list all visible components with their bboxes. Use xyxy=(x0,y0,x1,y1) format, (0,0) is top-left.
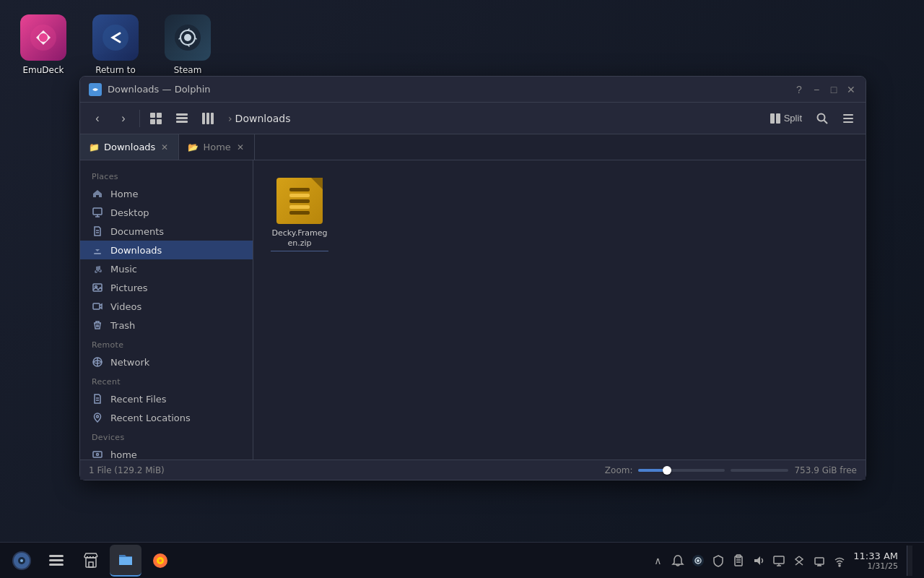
svg-rect-15 xyxy=(206,113,209,124)
sidebar-item-home-device[interactable]: home xyxy=(80,445,253,460)
bluetooth-tray-icon[interactable] xyxy=(791,553,807,569)
svg-rect-7 xyxy=(150,113,155,118)
desktop-icon-emudeck[interactable]: EmuDeck xyxy=(14,14,72,75)
recent-locations-icon xyxy=(92,412,103,423)
clipboard-tray-icon[interactable] xyxy=(731,553,746,569)
taskbar-store[interactable] xyxy=(75,545,107,577)
return-app-icon xyxy=(92,14,139,61)
desktop-icon-steam[interactable]: Steam xyxy=(159,14,217,75)
taskbar-right: ∧ xyxy=(650,545,918,576)
minimize-button[interactable]: − xyxy=(811,84,822,95)
network-icon xyxy=(92,356,103,368)
svg-rect-17 xyxy=(770,113,775,124)
clock[interactable]: 11:33 AM 1/31/25 xyxy=(853,551,898,571)
taskbar: ∧ xyxy=(0,542,924,578)
title-bar-left: Downloads — Dolphin xyxy=(89,83,211,96)
sidebar-item-downloads[interactable]: Downloads xyxy=(80,241,253,259)
expand-tray-icon[interactable]: ∧ xyxy=(650,553,666,569)
taskbar-menu[interactable] xyxy=(40,545,72,577)
notification-icon[interactable] xyxy=(670,553,686,569)
recent-files-icon xyxy=(92,393,103,405)
detail-view-button[interactable] xyxy=(170,107,193,130)
menu-button[interactable] xyxy=(837,107,860,130)
wifi-tray-icon[interactable] xyxy=(832,553,847,569)
emudeck-label: EmuDeck xyxy=(22,65,64,75)
taskbar-firefox[interactable] xyxy=(144,545,176,577)
home-device-icon xyxy=(92,449,103,460)
sidebar-recent-locations-label: Recent Locations xyxy=(110,413,191,423)
dolphin-window: Downloads — Dolphin ? − □ ✕ ‹ › xyxy=(79,76,866,480)
sidebar-item-network[interactable]: Network xyxy=(80,353,253,371)
maximize-button[interactable]: □ xyxy=(828,84,840,95)
sidebar-item-music[interactable]: Music xyxy=(80,259,253,278)
breadcrumb-bar: › Downloads xyxy=(222,113,761,124)
sidebar-item-home[interactable]: Home xyxy=(80,184,253,203)
svg-rect-40 xyxy=(93,452,102,457)
back-button[interactable]: ‹ xyxy=(86,107,109,130)
tab-home[interactable]: 📂 Home ✕ xyxy=(179,134,254,160)
clock-date: 1/31/25 xyxy=(853,561,898,571)
zoom-slider[interactable] xyxy=(638,469,788,472)
volume-tray-icon[interactable] xyxy=(751,553,767,569)
window-title: Downloads — Dolphin xyxy=(108,84,211,95)
svg-rect-23 xyxy=(843,121,853,123)
svg-rect-24 xyxy=(93,208,102,215)
svg-point-41 xyxy=(97,454,99,456)
home-icon xyxy=(92,188,103,199)
search-button[interactable] xyxy=(811,107,834,130)
icon-view-button[interactable] xyxy=(144,107,167,130)
device-tray-icon[interactable] xyxy=(811,553,827,569)
sidebar-item-recent-files[interactable]: Recent Files xyxy=(80,389,253,408)
forward-button[interactable]: › xyxy=(112,107,135,130)
svg-rect-10 xyxy=(157,119,162,124)
svg-rect-63 xyxy=(774,556,784,564)
help-button[interactable]: ? xyxy=(793,84,805,95)
steam-tray-icon[interactable] xyxy=(690,553,706,569)
sidebar-item-recent-locations[interactable]: Recent Locations xyxy=(80,408,253,427)
sidebar-item-trash[interactable]: Trash xyxy=(80,316,253,335)
sidebar-downloads-label: Downloads xyxy=(110,245,162,256)
svg-rect-49 xyxy=(49,564,64,566)
downloads-icon xyxy=(92,244,103,256)
sidebar-pictures-label: Pictures xyxy=(110,282,147,293)
svg-point-19 xyxy=(818,113,825,121)
svg-rect-12 xyxy=(176,117,188,119)
column-view-button[interactable] xyxy=(196,107,219,130)
documents-icon xyxy=(92,225,103,237)
recent-header: Recent xyxy=(80,371,253,389)
svg-rect-22 xyxy=(843,118,853,119)
sidebar-item-pictures[interactable]: Pictures xyxy=(80,278,253,297)
tabs-bar: 📁 Downloads ✕ 📂 Home ✕ xyxy=(80,134,866,160)
svg-rect-11 xyxy=(176,113,188,116)
toolbar-separator-1 xyxy=(139,110,140,127)
places-header: Places xyxy=(80,166,253,184)
svg-rect-18 xyxy=(776,113,780,124)
sidebar-item-videos[interactable]: Videos xyxy=(80,297,253,316)
main-area: Places Home xyxy=(80,160,866,460)
svg-rect-29 xyxy=(94,253,101,254)
shield-tray-icon[interactable] xyxy=(710,553,726,569)
desktop: EmuDeck Return to Steam xyxy=(0,0,924,578)
videos-icon xyxy=(92,301,103,312)
tab-downloads-close[interactable]: ✕ xyxy=(160,142,170,152)
zip-file-icon xyxy=(276,178,323,224)
taskbar-gaming-mode[interactable] xyxy=(6,545,38,577)
file-area: Decky.Framegen.zip xyxy=(253,160,866,460)
sidebar-item-documents[interactable]: Documents xyxy=(80,222,253,241)
svg-rect-16 xyxy=(211,113,214,124)
show-desktop-button[interactable] xyxy=(907,545,912,576)
desktop-icon-return[interactable]: Return to xyxy=(87,14,144,75)
file-item-zip[interactable]: Decky.Framegen.zip xyxy=(265,172,334,257)
breadcrumb-separator: › xyxy=(228,113,232,124)
sidebar-item-desktop[interactable]: Desktop xyxy=(80,203,253,222)
display-tray-icon[interactable] xyxy=(771,553,787,569)
taskbar-files[interactable] xyxy=(110,545,141,577)
tab-home-close[interactable]: ✕ xyxy=(235,142,245,152)
svg-rect-66 xyxy=(815,558,824,564)
steam-label: Steam xyxy=(174,65,202,75)
close-button[interactable]: ✕ xyxy=(845,84,857,95)
svg-point-5 xyxy=(184,34,191,41)
tab-downloads[interactable]: 📁 Downloads ✕ xyxy=(80,134,179,160)
split-button[interactable]: Split xyxy=(764,110,808,127)
file-name: Decky.Framegen.zip xyxy=(271,228,328,251)
